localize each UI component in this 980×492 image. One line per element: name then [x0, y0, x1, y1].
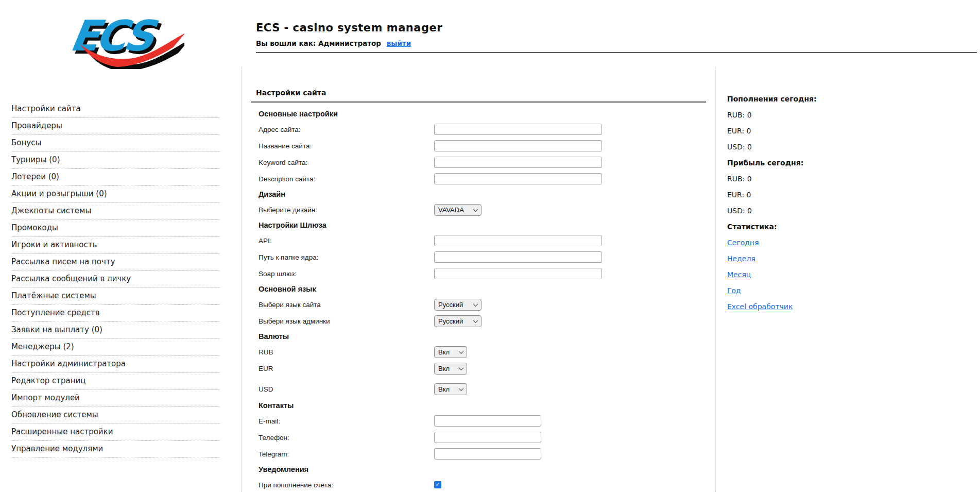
settings-form: Основные настройкиАдрес сайта:Название с…: [251, 107, 706, 492]
stats-stats-header: Статистика:: [727, 223, 943, 231]
eur-selected-value: Вкл: [438, 365, 457, 372]
sidebar-item-4[interactable]: Лотереи (0): [11, 169, 220, 186]
stats-link-year[interactable]: Год: [727, 286, 741, 295]
row-site-address: Адрес сайта:: [259, 121, 706, 138]
admin-language-select[interactable]: Русский: [434, 315, 482, 327]
stats-deposits-header: Пополнения сегодня:: [727, 95, 943, 103]
row-email: E-mail:: [259, 413, 706, 429]
chevron-down-icon: [459, 365, 464, 370]
api-label: API:: [259, 237, 434, 245]
admin-language-label: Выбери язык админки: [259, 317, 434, 325]
sidebar-item-17[interactable]: Импорт модулей: [11, 390, 220, 407]
sidebar-item-2[interactable]: Бонусы: [11, 135, 220, 152]
section-notifications-heading: Уведомления: [259, 465, 308, 473]
site-language-selected-value: Русский: [438, 301, 472, 309]
stats-deposits-rub: RUB: 0: [727, 111, 943, 119]
site-address-input[interactable]: [434, 124, 602, 135]
title-divider: [251, 101, 706, 103]
rub-selected-value: Вкл: [438, 348, 457, 356]
section-gateway-heading: Настройки Шлюза: [259, 221, 326, 229]
chevron-down-icon: [473, 318, 478, 323]
row-section-general: Основные настройки: [259, 107, 706, 121]
row-section-currencies: Валюты: [259, 329, 706, 344]
header-divider: [256, 52, 977, 53]
row-rub: RUBВкл: [259, 344, 706, 360]
section-general-heading: Основные настройки: [259, 110, 338, 118]
sidebar-item-5[interactable]: Акции и розыгрыши (0): [11, 186, 220, 203]
row-telegram: Telegram:: [259, 446, 706, 462]
stats-deposits-usd: USD: 0: [727, 143, 943, 151]
stats-link-week[interactable]: Неделя: [727, 255, 755, 263]
sidebar-item-7[interactable]: Промокоды: [11, 220, 220, 237]
sidebar-item-6[interactable]: Джекпоты системы: [11, 203, 220, 220]
site-description-input[interactable]: [434, 173, 602, 184]
core-folder-path-label: Путь к папке ядра:: [259, 253, 434, 261]
rub-label: RUB: [259, 348, 434, 356]
chevron-down-icon: [473, 207, 478, 212]
site-address-label: Адрес сайта:: [259, 126, 434, 133]
sidebar: Настройки сайтаПровайдерыБонусыТурниры (…: [11, 101, 220, 458]
telegram-input[interactable]: [434, 448, 541, 460]
design-select[interactable]: VAVADA: [434, 204, 482, 216]
row-eur: EURВкл: [259, 360, 706, 377]
stats-link-today[interactable]: Сегодня: [727, 239, 759, 247]
site-keyword-label: Keyword сайта:: [259, 159, 434, 166]
row-section-gateway: Настройки Шлюза: [259, 218, 706, 232]
rub-select[interactable]: Вкл: [434, 346, 467, 358]
usd-label: USD: [259, 385, 434, 393]
soap-gateway-input[interactable]: [434, 268, 602, 279]
row-api: API:: [259, 232, 706, 249]
chevron-down-icon: [459, 386, 464, 391]
sidebar-item-10[interactable]: Рассылка сообщений в личку: [11, 271, 220, 288]
row-soap-gateway: Soap шлюз:: [259, 265, 706, 282]
sidebar-item-15[interactable]: Настройки администратора: [11, 356, 220, 373]
email-input[interactable]: [434, 415, 541, 427]
page-title: Настройки сайта: [256, 89, 706, 101]
stats-deposits-eur: EUR: 0: [727, 127, 943, 135]
sidebar-item-1[interactable]: Провайдеры: [11, 118, 220, 135]
email-label: E-mail:: [259, 417, 434, 425]
stats-profit-header: Прибыль сегодня:: [727, 159, 943, 167]
row-section-design: Дизайн: [259, 187, 706, 201]
site-title-input[interactable]: [434, 140, 602, 151]
sidebar-item-8[interactable]: Игроки и активность: [11, 237, 220, 254]
row-section-contacts: Контакты: [259, 398, 706, 413]
stats-link-excel-handler[interactable]: Excel обработчик: [727, 302, 793, 311]
design-selected-value: VAVADA: [438, 206, 472, 214]
stats-link-month[interactable]: Месяц: [727, 270, 751, 279]
row-site-keyword: Keyword сайта:: [259, 154, 706, 171]
sidebar-item-20[interactable]: Управление модулями: [11, 441, 220, 458]
row-design: Выберите дизайн:VAVADA: [259, 201, 706, 218]
sidebar-item-13[interactable]: Заявки на выплату (0): [11, 322, 220, 339]
site-language-select[interactable]: Русский: [434, 299, 482, 311]
sidebar-item-3[interactable]: Турниры (0): [11, 152, 220, 169]
row-site-language: Выбери язык сайтаРусский: [259, 296, 706, 313]
stats-panel: Пополнения сегодня:RUB: 0EUR: 0USD: 0При…: [727, 95, 943, 318]
row-core-folder-path: Путь к папке ядра:: [259, 249, 706, 265]
login-status: Вы вошли как: Администратор выйти: [256, 39, 411, 47]
usd-select[interactable]: Вкл: [434, 383, 467, 395]
phone-label: Телефон:: [259, 434, 434, 442]
site-keyword-input[interactable]: [434, 157, 602, 168]
sidebar-item-12[interactable]: Поступление средств: [11, 305, 220, 322]
sidebar-item-11[interactable]: Платёжные системы: [11, 288, 220, 305]
section-language-heading: Основной язык: [259, 285, 316, 293]
phone-input[interactable]: [434, 432, 541, 443]
eur-select[interactable]: Вкл: [434, 363, 467, 375]
row-admin-language: Выбери язык админкиРусский: [259, 313, 706, 329]
sidebar-item-0[interactable]: Настройки сайта: [11, 101, 220, 118]
usd-selected-value: Вкл: [438, 385, 457, 393]
ecs-logo-svg: ECS ECS: [66, 10, 184, 69]
sidebar-item-14[interactable]: Менеджеры (2): [11, 339, 220, 356]
sidebar-item-16[interactable]: Редактор страниц: [11, 373, 220, 390]
stats-profit-usd: USD: 0: [727, 207, 943, 215]
chevron-down-icon: [473, 301, 478, 307]
sidebar-item-18[interactable]: Обновление системы: [11, 407, 220, 424]
api-input[interactable]: [434, 235, 602, 246]
sidebar-item-19[interactable]: Расширенные настройки: [11, 424, 220, 441]
notify-on-deposit-checkbox[interactable]: ✓: [434, 481, 441, 488]
admin-language-selected-value: Русский: [438, 317, 472, 325]
core-folder-path-input[interactable]: [434, 251, 602, 263]
sidebar-item-9[interactable]: Рассылка писем на почту: [11, 254, 220, 271]
logout-link[interactable]: выйти: [387, 39, 411, 47]
